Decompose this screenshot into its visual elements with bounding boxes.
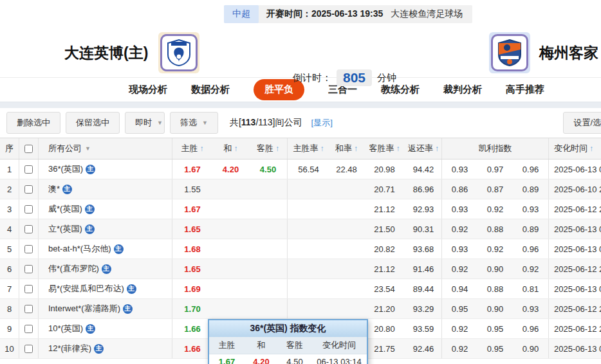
- away-team-name: 梅州客家: [539, 43, 598, 63]
- header-win[interactable]: 主胜↑: [172, 138, 212, 159]
- win-odds-cell: 1.66: [172, 339, 212, 358]
- lose-rate-cell: 21.75: [364, 339, 405, 358]
- kelly-lose-cell: 0.89: [513, 219, 549, 239]
- nav-divider-strip: [0, 102, 601, 108]
- nav-tab-1[interactable]: 现场分析: [129, 84, 167, 96]
- win-odds-cell: 1.55: [172, 179, 212, 199]
- kelly-win-cell: 0.95: [442, 299, 477, 318]
- nav-tab-6[interactable]: 裁判分析: [443, 84, 482, 96]
- return-rate-cell: 93.29: [405, 299, 442, 318]
- row-checkbox[interactable]: [24, 285, 33, 293]
- company-cell[interactable]: Interwet*(塞浦路斯)主: [39, 299, 172, 318]
- sort-up-icon: ↑: [320, 144, 324, 153]
- company-cell[interactable]: 易*(安提瓜和巴布达)主: [39, 279, 172, 298]
- header-lose[interactable]: 客胜↑: [249, 138, 288, 159]
- home-odds-badge: 主: [94, 344, 104, 354]
- header-lose-rate[interactable]: 客胜率↑: [364, 138, 405, 159]
- win-odds-value: 1.67: [184, 165, 200, 174]
- league-badge[interactable]: 中超: [224, 5, 259, 23]
- header-draw[interactable]: 和↑: [212, 138, 249, 159]
- kelly-lose-cell: 0.81: [513, 279, 549, 298]
- delete-selected-button[interactable]: 删除选中: [6, 112, 60, 134]
- home-odds-badge: 主: [114, 244, 124, 254]
- row-checkbox-cell: [19, 319, 39, 338]
- company-cell[interactable]: 立*(英国)主: [39, 219, 172, 239]
- header-draw-rate-label: 和率: [335, 143, 352, 154]
- show-link[interactable]: [显示]: [311, 117, 333, 129]
- row-checkbox[interactable]: [24, 305, 33, 313]
- time-mode-dropdown[interactable]: 即时 ▼: [125, 112, 165, 134]
- win-odds-value: 1.65: [184, 264, 200, 274]
- header-company-label: 所有公司: [48, 143, 82, 154]
- header-return-rate[interactable]: 返还率↑: [405, 138, 442, 159]
- draw-odds-cell: [212, 239, 249, 259]
- change-time-cell: 2025-06-13 04:46: [549, 219, 601, 239]
- change-time-cell: 2025-06-13 05:24: [549, 279, 601, 298]
- sort-up-icon: ↑: [200, 144, 204, 153]
- row-checkbox[interactable]: [24, 245, 33, 253]
- home-odds-badge: 主: [85, 224, 95, 234]
- win-rate-cell: 56.54: [288, 159, 329, 179]
- venue-name: 大连梭鱼湾足球场: [391, 8, 472, 20]
- settings-button[interactable]: 设置/选: [563, 112, 601, 134]
- home-odds-badge: 主: [123, 304, 133, 314]
- history-win-value: 1.67: [219, 357, 235, 364]
- top-bar-row: 中超 开赛时间：2025-06-13 19:35 大连梭鱼湾足球场: [0, 0, 601, 28]
- table-row: 8Interwet*(塞浦路斯)主1.7021.2093.290.950.900…: [0, 299, 601, 319]
- row-checkbox[interactable]: [24, 325, 33, 333]
- win-odds-cell: 1.66: [172, 319, 212, 338]
- home-odds-badge: 主: [102, 264, 111, 274]
- draw-rate-cell: [329, 259, 364, 278]
- filter-label: 筛选: [180, 117, 197, 129]
- company-cell[interactable]: 36*(英国)主: [39, 159, 172, 179]
- home-team-logo: [158, 32, 199, 73]
- win-rate-cell: [288, 219, 329, 239]
- row-checkbox[interactable]: [24, 225, 33, 233]
- filter-dropdown[interactable]: 筛选 ▼: [170, 112, 218, 134]
- row-checkbox-cell: [19, 159, 39, 179]
- kickoff-time: 开赛时间：2025-06-13 19:35: [259, 8, 391, 20]
- header-lose-label: 客胜: [257, 143, 273, 154]
- team-header: 大连英博(主) 倒计时： 805 分钟: [0, 28, 601, 77]
- chevron-down-icon: ▼: [157, 120, 163, 126]
- company-cell[interactable]: 10*(英国)主: [39, 319, 172, 338]
- win-rate-cell: [288, 299, 329, 318]
- kelly-win-cell: 0.93: [442, 239, 477, 259]
- history-draw-cell: 4.20: [245, 357, 278, 364]
- win-odds-cell: 1.69: [172, 279, 212, 298]
- company-cell[interactable]: bet-at-h*(马尔他)主: [39, 239, 172, 259]
- history-lose-value: 4.50: [286, 357, 302, 364]
- draw-rate-cell: [329, 299, 364, 318]
- row-checkbox[interactable]: [24, 345, 33, 353]
- nav-tab-7[interactable]: 高手推荐: [506, 84, 544, 96]
- company-cell[interactable]: 威*(英国)主: [39, 199, 172, 219]
- table-toolbar: 删除选中 保留选中 即时 ▼ 筛选 ▼ 共[113/113]间公司 [显示] 设…: [0, 108, 601, 138]
- header-company[interactable]: 所有公司▼: [39, 138, 172, 159]
- popup-header-win: 主胜: [209, 340, 245, 351]
- row-checkbox[interactable]: [24, 265, 33, 273]
- row-checkbox[interactable]: [24, 165, 33, 174]
- lose-rate-cell: 21.50: [364, 219, 405, 239]
- nav-tab-2[interactable]: 数据分析: [191, 84, 230, 96]
- away-team-logo: [489, 32, 530, 73]
- kelly-draw-cell: 0.97: [477, 159, 513, 179]
- select-all-checkbox[interactable]: [24, 145, 33, 153]
- lose-rate-cell: 20.82: [364, 239, 405, 259]
- company-cell[interactable]: 伟*(直布罗陀)主: [39, 259, 172, 278]
- row-checkbox[interactable]: [24, 205, 33, 214]
- keep-selected-button[interactable]: 保留选中: [66, 112, 120, 134]
- win-rate-cell: [288, 199, 329, 219]
- company-cell[interactable]: 12*(菲律宾)主: [39, 339, 172, 358]
- table-row: 2澳*主1.5520.7186.960.860.870.892025-06-10…: [0, 179, 601, 199]
- header-change-time[interactable]: 变化时间↑: [549, 138, 601, 159]
- win-odds-value: 1.68: [184, 244, 200, 254]
- company-name: 36*(英国): [48, 163, 83, 175]
- company-cell[interactable]: 澳*主: [39, 179, 172, 199]
- history-draw-value: 4.20: [253, 357, 269, 364]
- header-draw-rate[interactable]: 和率↑: [329, 138, 364, 159]
- lose-rate-cell: 20.80: [364, 319, 405, 338]
- countdown: 倒计时： 805 分钟: [293, 69, 396, 86]
- kelly-win-cell: 0.92: [442, 219, 477, 239]
- row-checkbox[interactable]: [24, 185, 33, 194]
- header-win-rate[interactable]: 主胜率↑: [288, 138, 329, 159]
